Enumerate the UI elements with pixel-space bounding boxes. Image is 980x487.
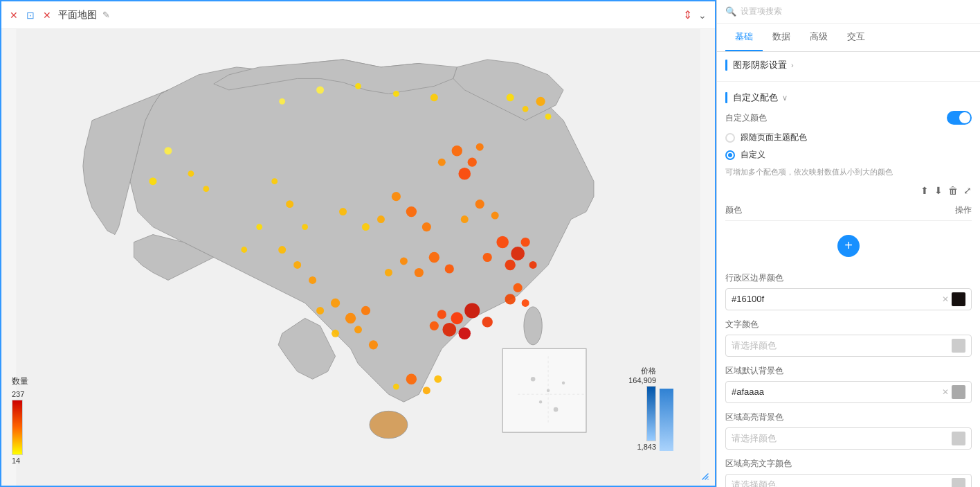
border-color-label: 行政区边界颜色 xyxy=(725,272,972,284)
text-color-placeholder: 请选择颜色 xyxy=(732,339,777,352)
toolbar-left: ✕ ⊡ ✕ 平面地图 ✎ xyxy=(8,9,682,21)
shadow-settings-title: 图形阴影设置 xyxy=(733,59,787,71)
radio-row1: 跟随页面主题配色 xyxy=(725,132,972,143)
delete-color-icon[interactable]: 🗑 xyxy=(948,185,958,196)
border-color-clear[interactable]: ✕ xyxy=(942,294,949,304)
quantity-max: 237 xyxy=(12,390,24,398)
svg-point-82 xyxy=(393,384,399,390)
svg-point-31 xyxy=(468,158,477,167)
svg-point-38 xyxy=(422,222,431,231)
edit-icon[interactable]: ✎ xyxy=(102,10,110,20)
svg-point-58 xyxy=(430,321,439,330)
svg-point-52 xyxy=(451,312,463,325)
border-color-input-wrapper[interactable]: ✕ xyxy=(725,288,972,310)
svg-point-55 xyxy=(482,317,493,327)
close-icon[interactable]: ✕ xyxy=(8,10,19,21)
svg-point-33 xyxy=(458,168,471,180)
svg-point-42 xyxy=(511,247,525,260)
svg-point-78 xyxy=(505,294,515,304)
svg-point-24 xyxy=(393,91,399,97)
svg-point-67 xyxy=(286,200,293,208)
panel-content: 图形阴影设置 › 自定义配色 ∨ 自定义颜色 跟随页面主题配色 xyxy=(717,52,980,487)
svg-point-75 xyxy=(491,212,499,220)
default-bg-input[interactable] xyxy=(732,387,942,397)
price-color-bar xyxy=(646,386,656,441)
radio-custom[interactable] xyxy=(725,150,735,160)
default-bg-input-wrapper[interactable]: ✕ xyxy=(725,381,972,403)
expand-toolbar-icon[interactable]: ⌄ xyxy=(697,10,708,21)
border-color-input[interactable] xyxy=(732,294,942,304)
tab-advanced[interactable]: 高级 xyxy=(800,24,837,51)
sort-down-icon[interactable]: ⬇ xyxy=(934,185,943,196)
svg-point-59 xyxy=(331,299,340,308)
default-bg-clear[interactable]: ✕ xyxy=(942,387,949,397)
svg-point-56 xyxy=(437,310,446,319)
custom-color-title: 自定义配色 xyxy=(733,91,778,104)
op-col-header: 操作 xyxy=(955,204,972,216)
fullscreen-icon[interactable]: ⤢ xyxy=(963,185,972,196)
add-btn-row: + xyxy=(725,228,972,264)
svg-point-61 xyxy=(316,307,324,315)
tab-basic[interactable]: 基础 xyxy=(725,24,763,51)
custom-color-toggle[interactable] xyxy=(947,111,972,125)
svg-point-71 xyxy=(278,246,286,254)
border-color-swatch xyxy=(952,292,965,306)
text-color-field: 文字颜色 请选择颜色 xyxy=(725,319,972,357)
svg-point-83 xyxy=(434,375,442,383)
svg-point-34 xyxy=(476,143,484,151)
svg-point-54 xyxy=(442,323,456,337)
search-icon: 🔍 xyxy=(725,6,736,17)
text-color-input-wrapper[interactable]: 请选择颜色 xyxy=(725,335,972,357)
highlight-bg-input-wrapper[interactable]: 请选择颜色 xyxy=(725,427,972,450)
table-action-icons: ⬆ ⬇ 🗑 ⤢ xyxy=(920,185,972,196)
svg-point-41 xyxy=(496,236,509,249)
resize-handle[interactable] xyxy=(701,472,712,483)
tab-interaction[interactable]: 交互 xyxy=(837,24,875,51)
map-toolbar: ✕ ⊡ ✕ 平面地图 ✎ ⇕ ⌄ xyxy=(1,1,715,29)
add-color-button[interactable]: + xyxy=(837,235,860,257)
legend-quantity: 数量 237 14 xyxy=(12,375,28,465)
svg-point-81 xyxy=(423,387,430,394)
shadow-settings-section[interactable]: 图形阴影设置 › xyxy=(717,52,980,78)
quantity-color-bar xyxy=(12,400,23,455)
legend-price: 价格 164,909 1,843 xyxy=(628,366,656,451)
search-placeholder: 设置项搜索 xyxy=(741,6,782,17)
svg-point-35 xyxy=(392,192,401,201)
price-min: 1,843 xyxy=(637,443,656,451)
svg-point-21 xyxy=(316,86,324,94)
highlight-text-input-wrapper[interactable]: 请选择颜色 xyxy=(725,474,972,488)
svg-point-64 xyxy=(332,330,339,337)
svg-point-43 xyxy=(505,260,515,270)
svg-point-39 xyxy=(362,223,370,231)
hint-text: 可增加多个配色项，依次映射数值从小到大的颜色 xyxy=(725,166,972,178)
svg-point-29 xyxy=(203,186,209,192)
toolbar-right: ⇕ ⌄ xyxy=(682,10,708,21)
radio-theme-color[interactable] xyxy=(725,133,735,143)
resize-icon[interactable]: ⊡ xyxy=(25,10,36,21)
default-bg-field: 区域默认背景色 ✕ xyxy=(725,365,972,403)
custom-color-section-header[interactable]: 自定义配色 ∨ xyxy=(717,85,980,111)
x-icon[interactable]: ✕ xyxy=(42,10,53,21)
toggle-row: 自定义颜色 xyxy=(725,111,972,125)
svg-point-66 xyxy=(271,178,278,184)
svg-point-32 xyxy=(438,159,446,166)
map-panel: ✕ ⊡ ✕ 平面地图 ✎ ⇕ ⌄ xyxy=(0,0,716,487)
svg-point-36 xyxy=(406,206,417,217)
svg-point-49 xyxy=(415,268,424,277)
svg-point-80 xyxy=(406,374,417,384)
sort-toolbar-icon[interactable]: ⇕ xyxy=(682,10,693,21)
svg-point-68 xyxy=(302,224,308,230)
svg-point-63 xyxy=(354,326,362,333)
svg-point-77 xyxy=(514,283,523,292)
svg-point-62 xyxy=(361,306,370,315)
tab-data[interactable]: 数据 xyxy=(763,24,800,51)
quantity-label: 数量 xyxy=(12,375,28,387)
svg-point-48 xyxy=(445,264,454,273)
tabs-bar: 基础 数据 高级 交互 xyxy=(717,24,980,52)
svg-point-14 xyxy=(554,407,559,412)
highlight-text-field: 区域高亮文字颜色 请选择颜色 xyxy=(725,458,972,488)
highlight-text-swatch xyxy=(952,478,965,488)
svg-point-12 xyxy=(539,400,542,403)
svg-point-57 xyxy=(458,328,471,340)
sort-up-icon[interactable]: ⬆ xyxy=(920,185,929,196)
